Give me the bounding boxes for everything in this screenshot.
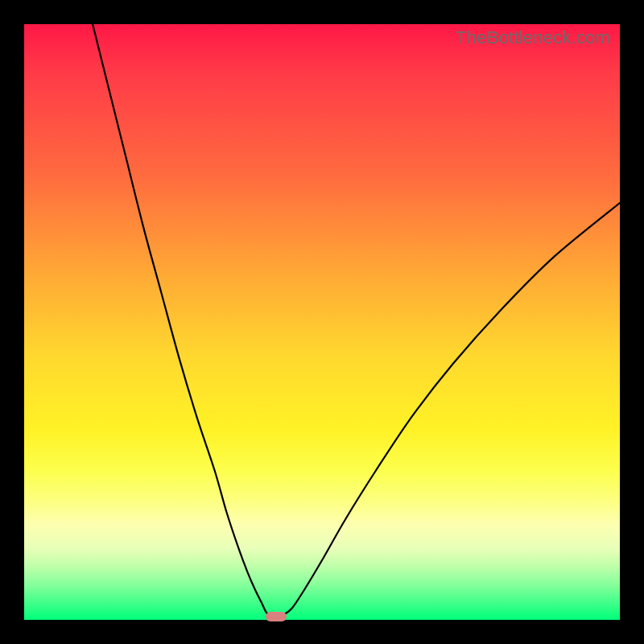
curve-left	[93, 24, 268, 615]
curve-right	[283, 203, 620, 615]
chart-frame: TheBottleneck.com	[0, 0, 644, 644]
plot-area: TheBottleneck.com	[24, 24, 620, 620]
bottleneck-marker	[266, 612, 287, 621]
curve-svg	[24, 24, 620, 620]
